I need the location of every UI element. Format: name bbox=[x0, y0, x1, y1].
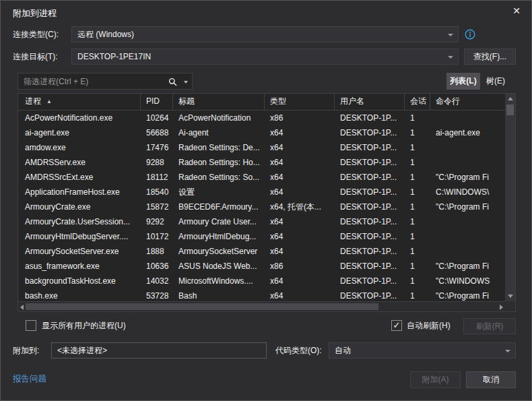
vertical-scrollbar-thumb[interactable] bbox=[506, 104, 514, 115]
cell-user: DESKTOP-1P... bbox=[335, 229, 405, 244]
cell-process: bash.exe bbox=[18, 288, 141, 303]
table-row[interactable]: ai-agent.exe56688Ai-agentx64DESKTOP-1P..… bbox=[18, 125, 505, 140]
cell-session: 1 bbox=[405, 125, 430, 140]
column-header-title[interactable]: 标题 bbox=[173, 94, 265, 110]
sort-ascending-icon: ▲ bbox=[46, 98, 52, 104]
cell-process: AMDRSServ.exe bbox=[18, 155, 141, 170]
cell-user: DESKTOP-1P... bbox=[335, 199, 405, 214]
cell-type: x64 bbox=[265, 140, 335, 155]
attach-button[interactable]: 附加(A) bbox=[410, 371, 461, 388]
connection-target-select[interactable]: DESKTOP-1PE17IN bbox=[71, 49, 459, 65]
cell-process: AcPowerNotification.exe bbox=[18, 111, 141, 125]
cell-process: ArmourySocketServer.exe bbox=[18, 244, 141, 259]
scroll-down-icon[interactable] bbox=[508, 295, 513, 298]
column-header-type[interactable]: 类型 bbox=[265, 94, 335, 110]
connection-type-value: 远程 (Windows) bbox=[77, 30, 134, 39]
table-row[interactable]: ArmouryHtmlDebugServer....10172ArmouryHt… bbox=[18, 229, 505, 244]
show-all-users-checkbox[interactable] bbox=[26, 320, 36, 331]
cell-session: 1 bbox=[405, 229, 430, 244]
table-row[interactable]: amdow.exe17476Radeon Settings: De...x64D… bbox=[18, 140, 505, 155]
cancel-button[interactable]: 取消 bbox=[466, 371, 516, 388]
cell-title: MicrosoftWindows.... bbox=[173, 274, 265, 288]
scroll-right-icon[interactable] bbox=[500, 305, 503, 310]
table-row[interactable]: AMDRSSrcExt.exe18112Radeon Settings: So.… bbox=[18, 170, 505, 185]
cell-type: x64 bbox=[265, 244, 335, 259]
view-tree-button[interactable]: 树(E) bbox=[480, 73, 511, 90]
table-row[interactable]: ApplicationFrameHost.exe18540设置x64DESKTO… bbox=[18, 185, 505, 199]
cell-type: x86 bbox=[265, 259, 335, 274]
horizontal-scrollbar-thumb[interactable] bbox=[26, 303, 378, 310]
cell-title: Bash bbox=[173, 288, 265, 303]
cell-session: 1 bbox=[405, 185, 430, 199]
table-row[interactable]: bash.exe53728Bashx64DESKTOP-1P...1"C:\Pr… bbox=[18, 288, 505, 303]
cell-cmdline: C:\WINDOWS\ bbox=[430, 185, 505, 199]
column-header-session[interactable]: 会话 bbox=[405, 94, 430, 110]
cell-process: ai-agent.exe bbox=[18, 125, 141, 140]
column-header-pid[interactable]: PID bbox=[141, 94, 173, 110]
connection-type-select[interactable]: 远程 (Windows) bbox=[71, 26, 459, 42]
cell-title: ArmourySocketServer bbox=[173, 244, 265, 259]
scroll-left-icon[interactable] bbox=[20, 305, 24, 310]
search-options-chevron-icon[interactable] bbox=[184, 81, 188, 84]
cell-type: x64 bbox=[265, 185, 335, 199]
connection-target-value: DESKTOP-1PE17IN bbox=[77, 52, 151, 61]
cell-cmdline bbox=[430, 140, 505, 155]
cell-user: DESKTOP-1P... bbox=[335, 170, 405, 185]
scroll-up-icon[interactable] bbox=[508, 97, 513, 100]
attach-to-label: 附加到: bbox=[13, 342, 39, 359]
cell-session: 1 bbox=[405, 155, 430, 170]
search-icon[interactable] bbox=[168, 77, 177, 89]
cell-process: ArmouryCrate.UserSession... bbox=[18, 214, 141, 229]
column-header-user[interactable]: 用户名 bbox=[335, 94, 405, 110]
cell-type: x64 bbox=[265, 214, 335, 229]
filter-placeholder: 筛选进程(Ctrl + E) bbox=[24, 76, 88, 88]
horizontal-scrollbar[interactable] bbox=[18, 301, 505, 311]
cell-session: 1 bbox=[405, 274, 430, 288]
column-header-cmdline[interactable]: 命令行 bbox=[430, 94, 505, 110]
cell-pid: 14032 bbox=[141, 274, 173, 288]
report-problem-link[interactable]: 报告问题 bbox=[13, 373, 46, 385]
cell-session: 1 bbox=[405, 140, 430, 155]
attach-to-field[interactable]: <未选择进程> bbox=[51, 342, 267, 359]
cell-session: 1 bbox=[405, 111, 430, 125]
cell-type: x64, 托管(本... bbox=[265, 199, 335, 214]
code-type-select[interactable]: 自动 bbox=[329, 342, 516, 359]
find-button[interactable]: 查找(F)... bbox=[464, 49, 516, 65]
table-row[interactable]: AcPowerNotification.exe10264AcPowerNotif… bbox=[18, 111, 505, 125]
cell-pid: 9292 bbox=[141, 214, 173, 229]
refresh-button[interactable]: 刷新(R) bbox=[463, 318, 516, 334]
connection-target-label: 连接目标(T): bbox=[13, 49, 58, 65]
table-row[interactable]: AMDRSServ.exe9288Radeon Settings: Ho...x… bbox=[18, 155, 505, 170]
cell-process: ApplicationFrameHost.exe bbox=[18, 185, 141, 199]
code-type-value: 自动 bbox=[335, 346, 351, 355]
table-row[interactable]: ArmouryCrate.exe15872B9ECED6F.Armoury...… bbox=[18, 199, 505, 214]
cell-cmdline: "C:\Program Fi bbox=[430, 199, 505, 214]
auto-refresh-checkbox[interactable]: ✓ bbox=[391, 320, 402, 331]
filter-processes-input[interactable]: 筛选进程(Ctrl + E) bbox=[18, 73, 193, 90]
cell-process: amdow.exe bbox=[18, 140, 141, 155]
view-list-button[interactable]: 列表(L) bbox=[446, 73, 480, 90]
process-table-body: AcPowerNotification.exe10264AcPowerNotif… bbox=[18, 111, 505, 303]
cell-title: Radeon Settings: De... bbox=[173, 140, 265, 155]
table-row[interactable]: ArmouryCrate.UserSession...9292Armoury C… bbox=[18, 214, 505, 229]
cell-session: 1 bbox=[405, 244, 430, 259]
cell-title: B9ECED6F.Armoury... bbox=[173, 199, 265, 214]
cell-cmdline: ai-agent.exe bbox=[430, 125, 505, 140]
table-row[interactable]: asus_framework.exe10636ASUS NodeJS Web..… bbox=[18, 259, 505, 274]
close-icon[interactable]: ✕ bbox=[512, 5, 521, 16]
cell-session: 1 bbox=[405, 214, 430, 229]
cell-pid: 18112 bbox=[141, 170, 173, 185]
cell-pid: 53728 bbox=[141, 288, 173, 303]
cell-type: x64 bbox=[265, 288, 335, 303]
table-row[interactable]: backgroundTaskHost.exe14032MicrosoftWind… bbox=[18, 274, 505, 288]
cell-title: Radeon Settings: Ho... bbox=[173, 155, 265, 170]
cell-pid: 15872 bbox=[141, 199, 173, 214]
vertical-scrollbar[interactable] bbox=[505, 94, 515, 301]
cell-process: ArmouryCrate.exe bbox=[18, 199, 141, 214]
info-icon[interactable] bbox=[465, 29, 475, 40]
column-header-process[interactable]: 进程▲ bbox=[18, 94, 141, 110]
cell-user: DESKTOP-1P... bbox=[335, 214, 405, 229]
table-row[interactable]: ArmourySocketServer.exe1888ArmourySocket… bbox=[18, 244, 505, 259]
cell-type: x64 bbox=[265, 274, 335, 288]
cell-title: Ai-agent bbox=[173, 125, 265, 140]
